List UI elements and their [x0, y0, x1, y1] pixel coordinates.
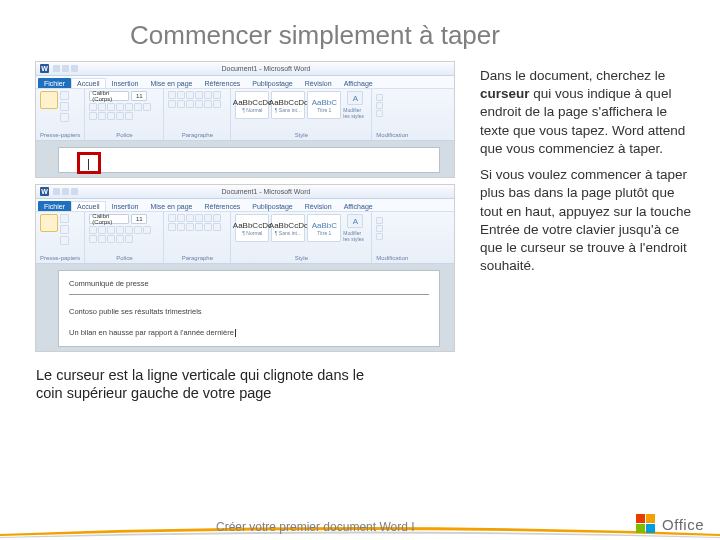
ribbon-tabs: Fichier Accueil Insertion Mise en page R… — [36, 199, 454, 212]
tab-references: Références — [198, 78, 246, 88]
group-pressepapiers: Presse-papiers — [36, 89, 85, 140]
doc-divider — [69, 294, 429, 295]
office-logo: Office — [636, 514, 704, 534]
office-squares-icon — [636, 514, 656, 534]
explanation-text: Dans le document, cherchez le curseur qu… — [480, 61, 695, 358]
group-label: Paragraphe — [168, 255, 226, 261]
word-screenshot-cursor: W Document1 - Microsoft Word Fichier Acc… — [35, 61, 455, 178]
window-title: Document1 - Microsoft Word — [82, 65, 450, 72]
footer: Créer votre premier document Word I Offi… — [0, 514, 720, 534]
tab-publipostage: Publipostage — [246, 78, 298, 88]
group-label: Modification — [376, 255, 408, 261]
font-size-box: 11 — [131, 91, 147, 101]
tab-insertion: Insertion — [106, 201, 145, 211]
tab-fichier: Fichier — [38, 78, 71, 88]
group-paragraphe: Paragraphe — [164, 89, 231, 140]
tab-revision: Révision — [299, 78, 338, 88]
ribbon-tabs: Fichier Accueil Insertion Mise en page R… — [36, 76, 454, 89]
tab-affichage: Affichage — [338, 201, 379, 211]
find-replace-icons — [376, 91, 408, 117]
doc-line-3: Un bilan en hausse par rapport à l'année… — [69, 326, 429, 340]
tab-affichage: Affichage — [338, 78, 379, 88]
tab-accueil: Accueil — [71, 201, 106, 211]
tab-insertion: Insertion — [106, 78, 145, 88]
find-icon — [376, 94, 383, 101]
group-pressepapiers: Presse-papiers — [36, 212, 85, 263]
explanation-para-2: Si vous voulez commencer à taper plus ba… — [480, 166, 695, 275]
word-titlebar: W Document1 - Microsoft Word — [36, 185, 454, 199]
group-label: Paragraphe — [168, 132, 226, 138]
tab-miseenpage: Mise en page — [144, 78, 198, 88]
paragraph-icons — [168, 91, 226, 108]
slide-title: Commencer simplement à taper — [0, 0, 720, 61]
font-size-box: 11 — [131, 214, 147, 224]
group-label: Police — [89, 132, 159, 138]
content-row: W Document1 - Microsoft Word Fichier Acc… — [0, 61, 720, 358]
tab-revision: Révision — [299, 201, 338, 211]
format-painter-icon — [60, 113, 69, 122]
doc-line-1: Communiqué de presse — [69, 277, 429, 291]
footer-title: Créer votre premier document Word I — [16, 520, 415, 534]
group-modification: Modification — [372, 89, 412, 140]
group-police: Calibri (Corps) 11 Police — [85, 89, 164, 140]
word-screenshot-typed: W Document1 - Microsoft Word Fichier Acc… — [35, 184, 455, 352]
ribbon: Presse-papiers Calibri (Corps) 11 Police — [36, 89, 454, 141]
replace-icon — [376, 102, 383, 109]
group-paragraphe: Paragraphe — [164, 212, 231, 263]
style-sansint: AaBbCcDc¶ Sans int… — [271, 91, 305, 119]
explanation-para-1: Dans le document, cherchez le curseur qu… — [480, 67, 695, 158]
group-label: Modification — [376, 132, 408, 138]
page-with-text: Communiqué de presse Contoso publie ses … — [58, 270, 440, 347]
doc-line-2: Contoso publie ses résultats trimestriel… — [69, 305, 429, 319]
text-cursor — [235, 329, 236, 337]
group-label: Presse-papiers — [40, 132, 80, 138]
font-name-box: Calibri (Corps) — [89, 91, 129, 101]
modify-styles: AModifier les styles — [343, 91, 367, 119]
font-format-icons — [89, 103, 159, 120]
group-style: AaBbCcDc¶ Normal AaBbCcDc¶ Sans int… AaB… — [231, 89, 372, 140]
tab-fichier: Fichier — [38, 201, 71, 211]
group-modification: Modification — [372, 212, 412, 263]
cut-icon — [60, 91, 69, 100]
select-icon — [376, 110, 383, 117]
group-label: Presse-papiers — [40, 255, 80, 261]
group-label: Police — [89, 255, 159, 261]
cursor-highlight-box — [77, 152, 101, 174]
paste-icon — [40, 214, 58, 232]
screenshots-column: W Document1 - Microsoft Word Fichier Acc… — [35, 61, 455, 358]
quick-access-toolbar — [53, 188, 78, 195]
document-area — [36, 141, 454, 177]
document-area: Communiqué de presse Contoso publie ses … — [36, 264, 454, 351]
style-titre1: AaBbCTitre 1 — [307, 91, 341, 119]
tab-miseenpage: Mise en page — [144, 201, 198, 211]
group-police: Calibri (Corps) 11 Police — [85, 212, 164, 263]
word-app-icon: W — [40, 64, 49, 73]
group-label: Style — [235, 255, 367, 261]
window-title: Document1 - Microsoft Word — [82, 188, 450, 195]
font-name-box: Calibri (Corps) — [89, 214, 129, 224]
quick-access-toolbar — [53, 65, 78, 72]
tab-publipostage: Publipostage — [246, 201, 298, 211]
page-blank — [58, 147, 440, 173]
word-app-icon: W — [40, 187, 49, 196]
group-style: AaBbCcDc¶ Normal AaBbCcDc¶ Sans int… AaB… — [231, 212, 372, 263]
caption: Le curseur est la ligne verticale qui cl… — [0, 358, 420, 404]
paste-icon — [40, 91, 58, 109]
group-label: Style — [235, 132, 367, 138]
style-normal: AaBbCcDc¶ Normal — [235, 91, 269, 119]
word-titlebar: W Document1 - Microsoft Word — [36, 62, 454, 76]
tab-references: Références — [198, 201, 246, 211]
office-brand-text: Office — [662, 516, 704, 533]
ribbon: Presse-papiers Calibri (Corps) 11 Police… — [36, 212, 454, 264]
tab-accueil: Accueil — [71, 78, 106, 88]
copy-icon — [60, 102, 69, 111]
